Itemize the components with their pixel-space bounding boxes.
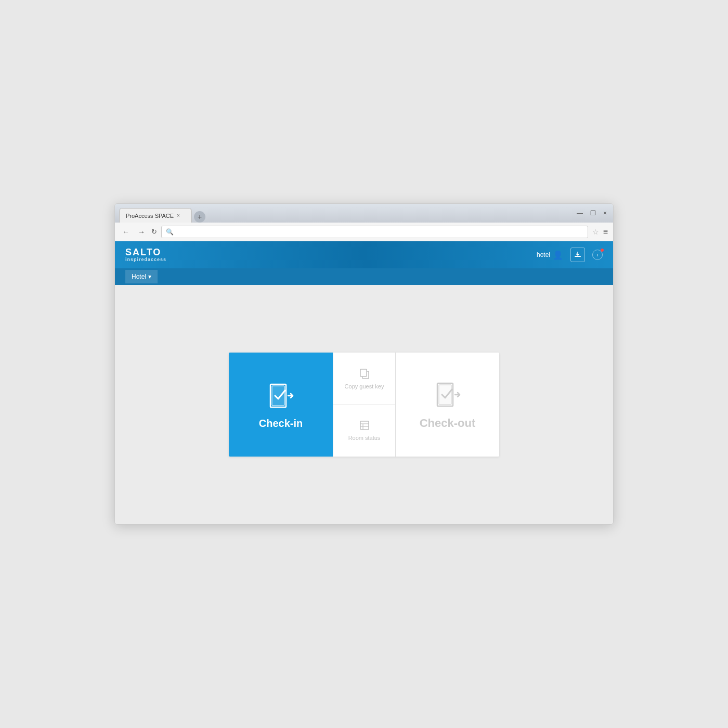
info-icon-button[interactable]: i <box>592 250 603 260</box>
room-status-icon <box>359 420 370 431</box>
browser-tab[interactable]: ProAccess SPACE × <box>119 208 192 223</box>
close-button[interactable]: × <box>601 210 609 217</box>
checkout-tile[interactable]: Check-out <box>395 353 499 457</box>
tiles-container: Check-in Copy guest key <box>229 353 499 457</box>
tab-title: ProAccess SPACE <box>126 213 174 219</box>
app-header: SALTO inspiredaccess hotel 👤 i <box>115 241 613 268</box>
download-icon-button[interactable] <box>570 248 585 262</box>
header-right: hotel 👤 i <box>537 248 603 262</box>
notification-dot <box>601 249 604 252</box>
copy-icon <box>358 367 371 380</box>
salto-logo: SALTO <box>125 248 166 257</box>
tab-area: ProAccess SPACE × + <box>119 204 573 223</box>
logo-area: SALTO inspiredaccess <box>125 248 166 262</box>
logo-subtitle: inspiredaccess <box>125 257 166 262</box>
svg-rect-10 <box>439 385 451 405</box>
checkin-tile[interactable]: Check-in <box>229 353 333 457</box>
checkin-door-icon <box>265 380 296 411</box>
back-button[interactable]: ← <box>120 227 132 237</box>
copy-guest-key-tile[interactable]: Copy guest key <box>333 353 395 405</box>
checkout-door-icon <box>432 379 463 410</box>
tile-middle-column: Copy guest key Room status <box>333 353 395 457</box>
address-text: 🔍 <box>166 228 174 236</box>
address-bar[interactable]: 🔍 <box>161 226 588 238</box>
room-status-label: Room status <box>348 434 381 441</box>
checkout-label: Check-out <box>420 417 476 430</box>
forward-button[interactable]: → <box>136 227 147 237</box>
svg-rect-2 <box>272 386 284 406</box>
copy-guest-key-label: Copy guest key <box>345 383 384 390</box>
svg-rect-4 <box>360 369 367 376</box>
hotel-user: hotel 👤 <box>537 250 563 260</box>
user-icon: 👤 <box>553 250 563 260</box>
new-tab-button[interactable]: + <box>194 211 205 223</box>
tab-close-button[interactable]: × <box>177 213 180 218</box>
browser-addressbar: ← → ↻ 🔍 ☆ ≡ <box>115 223 613 241</box>
svg-rect-0 <box>575 256 581 257</box>
room-status-tile[interactable]: Room status <box>333 405 395 457</box>
app-content: Check-in Copy guest key <box>115 285 613 524</box>
browser-window: ProAccess SPACE × + — ❐ × ← → ↻ 🔍 ☆ ≡ SA… <box>114 203 614 525</box>
bookmark-icon[interactable]: ☆ <box>592 228 599 236</box>
minimize-button[interactable]: — <box>575 210 585 217</box>
refresh-button[interactable]: ↻ <box>151 228 157 236</box>
nav-hotel-dropdown-icon: ▾ <box>148 273 151 280</box>
checkin-label: Check-in <box>259 418 303 430</box>
app-nav: Hotel ▾ <box>115 268 613 285</box>
nav-hotel[interactable]: Hotel ▾ <box>125 270 158 283</box>
browser-menu-icon[interactable]: ≡ <box>603 227 608 237</box>
window-controls: — ❐ × <box>575 210 609 217</box>
hotel-username: hotel <box>537 251 550 258</box>
restore-button[interactable]: ❐ <box>588 210 598 217</box>
browser-titlebar: ProAccess SPACE × + — ❐ × <box>115 204 613 223</box>
svg-rect-5 <box>360 421 369 430</box>
nav-hotel-label: Hotel <box>132 273 146 280</box>
